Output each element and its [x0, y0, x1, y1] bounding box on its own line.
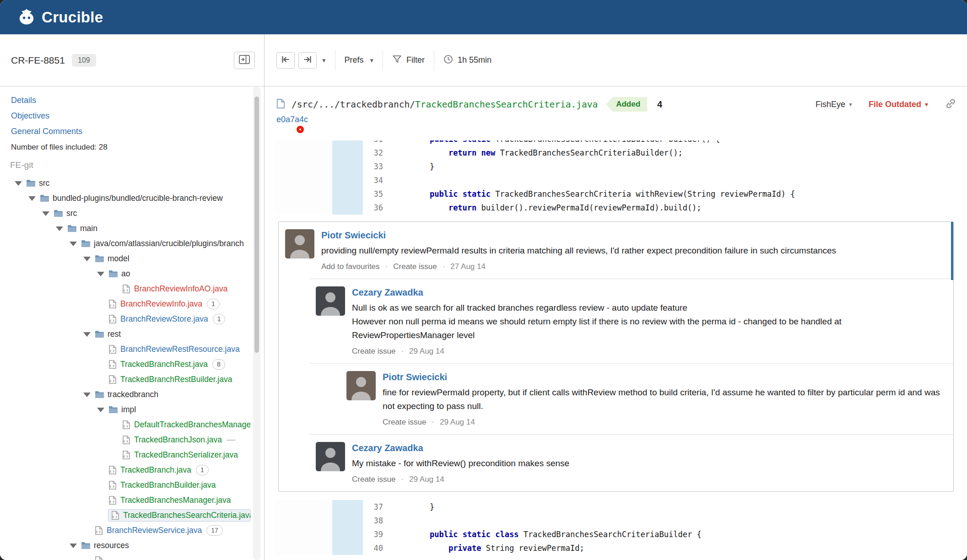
- tree-file-defaulttrackedbranchesmanager-java[interactable]: DefaultTrackedBranchesManager.java: [0, 417, 251, 432]
- tree-file-trackedbranchessearchcriteria-java[interactable]: TrackedBranchesSearchCriteria.java: [0, 508, 251, 523]
- file-icon: [108, 314, 117, 324]
- tree-file-trackedbranchrest-java[interactable]: TrackedBranchRest.java8: [0, 357, 251, 372]
- file-outdated-label: File Outdated: [869, 100, 921, 109]
- tree-file-branchreviewstore-java[interactable]: BranchReviewStore.java1: [0, 312, 251, 327]
- fisheye-label: FishEye: [816, 100, 845, 109]
- expand-triangle-icon[interactable]: [97, 272, 104, 276]
- file-outdated-dropdown[interactable]: File Outdated ▾: [869, 100, 928, 109]
- sidebar-link-details[interactable]: Details: [11, 96, 264, 105]
- tree-folder-rest[interactable]: rest: [0, 327, 251, 342]
- tree-file-branchreviewservice-java[interactable]: BranchReviewService.java17: [0, 523, 251, 538]
- tree-folder-model[interactable]: model: [0, 251, 251, 266]
- tree-file-trackedbranchserializer-java[interactable]: TrackedBranchSerializer.java: [0, 447, 251, 463]
- sidebar-scrollbar-thumb[interactable]: [254, 97, 259, 353]
- line-number[interactable]: 34: [363, 173, 389, 187]
- line-number[interactable]: 35: [363, 187, 389, 201]
- prefs-dropdown[interactable]: Prefs ▾: [345, 55, 374, 65]
- tree-file-trackedbranchesmanager-java[interactable]: TrackedBranchesManager.java: [0, 493, 251, 508]
- tree-folder-java-com-atlassian-crucible-plugins-branch[interactable]: java/com/atlassian/crucible/plugins/bran…: [0, 236, 251, 251]
- folder-icon: [108, 406, 118, 414]
- tree-file-branchreviewrestresource-java[interactable]: BranchReviewRestResource.java: [0, 342, 251, 357]
- comment-action-create-issue[interactable]: Create issue: [383, 418, 426, 427]
- gutter-source-column: [275, 187, 332, 201]
- filter-button[interactable]: Filter: [392, 54, 425, 66]
- tree-item-content: TrackedBranchesSearchCriteria.java: [108, 509, 251, 522]
- line-number[interactable]: 37: [363, 500, 389, 514]
- code-line-40[interactable]: 40 private String reviewPermaId;: [275, 541, 960, 555]
- code-line-36[interactable]: 36 return builder().reviewPermaId(review…: [275, 201, 960, 215]
- gutter-added-column: [332, 187, 363, 201]
- code-line-34[interactable]: 34: [275, 173, 960, 187]
- permalink-icon[interactable]: [945, 97, 957, 112]
- expand-triangle-icon[interactable]: [70, 544, 77, 548]
- commit-hash-link[interactable]: e0a7a4c: [276, 115, 308, 124]
- sidebar-scrollbar-track[interactable]: [253, 86, 260, 560]
- tree-folder-impl[interactable]: impl: [0, 402, 251, 417]
- toolbar-separator: [434, 50, 434, 71]
- expand-triangle-icon[interactable]: [42, 211, 49, 216]
- tree-file-trackedbranchjson-java[interactable]: TrackedBranchJson.java: [0, 432, 251, 447]
- comment-author-link[interactable]: Cezary Zawadka: [352, 443, 423, 453]
- line-number[interactable]: 38: [363, 514, 389, 528]
- expand-triangle-icon[interactable]: [97, 408, 104, 412]
- comment-action-create-issue[interactable]: Create issue: [352, 475, 395, 484]
- code-line-31[interactable]: 31 public static TrackedBranchesSearchCr…: [275, 140, 960, 146]
- tree-file-trackedbranchbuilder-java[interactable]: TrackedBranchBuilder.java: [0, 478, 251, 493]
- code-line-35[interactable]: 35 public static TrackedBranchesSearchCr…: [275, 187, 960, 201]
- gutter-source-column: [275, 173, 332, 187]
- fisheye-dropdown[interactable]: FishEye ▾: [816, 100, 852, 109]
- tree-folder-bundled-plugins-bundled-crucible-branch-review[interactable]: bundled-plugins/bundled/crucible-branch-…: [0, 191, 251, 206]
- code-line-38[interactable]: 38: [275, 514, 960, 528]
- crucible-brand[interactable]: Crucible: [17, 7, 103, 27]
- tree-item-label: src: [39, 178, 49, 188]
- line-number[interactable]: 39: [363, 528, 389, 541]
- tree-file-trackedbranchrestbuilder-java[interactable]: TrackedBranchRestBuilder.java: [0, 372, 251, 387]
- expand-triangle-icon[interactable]: [56, 226, 63, 231]
- tree-folder-src[interactable]: src: [0, 176, 251, 191]
- line-number[interactable]: 33: [363, 160, 389, 173]
- comment-action-create-issue[interactable]: Create issue: [352, 347, 395, 356]
- line-number[interactable]: 32: [363, 146, 389, 160]
- file-list-dropdown-caret[interactable]: ▾: [322, 56, 326, 65]
- comment-author-link[interactable]: Piotr Swiecicki: [321, 230, 386, 241]
- tree-file-item[interactable]: [0, 553, 251, 560]
- time-spent-button[interactable]: 1h 55min: [443, 54, 492, 66]
- sidebar-link-objectives[interactable]: Objectives: [11, 111, 264, 121]
- tree-folder-ao[interactable]: ao: [0, 266, 251, 281]
- previous-file-button[interactable]: [276, 52, 295, 69]
- code-line-37[interactable]: 37 }: [275, 500, 960, 514]
- comment-author-link[interactable]: Cezary Zawadka: [352, 287, 423, 298]
- expand-triangle-icon[interactable]: [28, 196, 36, 201]
- tree-folder-main[interactable]: main: [0, 221, 251, 236]
- comment-action-create-issue[interactable]: Create issue: [393, 262, 437, 271]
- sidebar-link-general-comments[interactable]: General Comments: [11, 127, 264, 136]
- code-line-33[interactable]: 33 }: [275, 160, 960, 173]
- comment-action-add-to-favourites[interactable]: Add to favourites: [321, 262, 380, 271]
- tree-item-content: src: [26, 177, 53, 189]
- comment-author-link[interactable]: Piotr Swiecicki: [383, 372, 447, 382]
- toolbar-separator: [383, 50, 383, 71]
- tree-folder-trackedbranch[interactable]: trackedbranch: [0, 387, 251, 402]
- tree-folder-src[interactable]: src: [0, 206, 251, 221]
- tree-file-trackedbranch-java[interactable]: TrackedBranch.java1: [0, 463, 251, 478]
- expand-triangle-icon[interactable]: [83, 393, 91, 397]
- line-number[interactable]: 40: [363, 541, 389, 555]
- tree-item-content: model: [94, 253, 133, 265]
- code-text: private String reviewPermaId;: [389, 541, 584, 555]
- comment-reply: Cezary ZawadkaNull is ok as we search fo…: [309, 279, 953, 363]
- expand-triangle-icon[interactable]: [83, 257, 91, 261]
- line-number[interactable]: 31: [363, 140, 389, 146]
- next-file-button[interactable]: [298, 52, 317, 69]
- expand-triangle-icon[interactable]: [15, 181, 22, 186]
- gutter-added-column: [332, 500, 363, 514]
- tree-file-branchreviewinfoao-java[interactable]: BranchReviewInfoAO.java: [0, 281, 251, 296]
- code-line-32[interactable]: 32 return new TrackedBranchesSearchCrite…: [275, 146, 960, 160]
- expand-triangle-icon[interactable]: [83, 332, 91, 337]
- tree-folder-resources[interactable]: resources: [0, 538, 251, 553]
- tree-file-branchreviewinfo-java[interactable]: BranchReviewInfo.java1: [0, 296, 251, 312]
- tree-item-content: main: [67, 222, 101, 235]
- expand-triangle-icon[interactable]: [70, 242, 77, 246]
- line-number[interactable]: 36: [363, 201, 389, 215]
- code-line-39[interactable]: 39 public static class TrackedBranchesSe…: [275, 528, 960, 541]
- collapse-sidebar-button[interactable]: [234, 52, 255, 69]
